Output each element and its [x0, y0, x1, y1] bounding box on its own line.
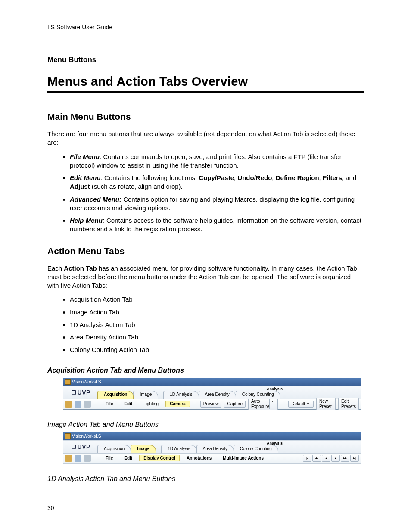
- window-title: VisionWorksLS: [72, 434, 101, 439]
- preview-button[interactable]: Preview: [200, 401, 222, 408]
- logo-icon: ❏: [72, 444, 77, 450]
- tab-acquisition[interactable]: Acquisition: [97, 391, 134, 399]
- auto-exposure-button[interactable]: Auto Exposure▾: [248, 398, 278, 410]
- list-item: Help Menu: Contains access to the softwa…: [70, 216, 364, 234]
- brand-logo: ❏UVP: [64, 389, 98, 396]
- preset-select[interactable]: Default▾: [288, 401, 314, 408]
- screenshot-image: VisionWorksLS ❏UVP Analysis Acquisition …: [63, 432, 364, 464]
- heading-main-menu-buttons: Main Menu Buttons: [47, 112, 364, 122]
- list-item: Edit Menu: Contains the following functi…: [70, 174, 364, 191]
- tab-colony-counting[interactable]: Colony Counting: [234, 445, 278, 453]
- tab-1d-analysis[interactable]: 1D Analysis: [161, 445, 196, 453]
- list-item: Acquisition Action Tab: [70, 295, 364, 304]
- document-page: LS Software User Guide Menu Buttons Menu…: [0, 0, 411, 532]
- tab-area-density[interactable]: Area Density: [196, 445, 234, 453]
- list-item: File Menu: Contains commands to open, sa…: [70, 152, 364, 170]
- action-tabs-list: Acquisition Action Tab Image Action Tab …: [47, 295, 364, 354]
- chevron-down-icon[interactable]: ▾: [269, 399, 275, 409]
- edit-presets-button[interactable]: Edit Presets: [338, 398, 359, 410]
- logo-icon: ❏: [72, 389, 77, 395]
- nav-ffwd-button[interactable]: ▸▸: [341, 455, 349, 462]
- capture-button[interactable]: Capture: [224, 401, 246, 408]
- app-icon: [65, 433, 71, 439]
- action-tabs-intro: Each Action Tab has an associated menu f…: [47, 264, 364, 290]
- nav-rewind-button[interactable]: ◂◂: [312, 455, 321, 462]
- new-preset-button[interactable]: New Preset: [316, 398, 336, 410]
- tab-image[interactable]: Image: [133, 391, 158, 399]
- list-item: Advanced Menu: Contains option for savin…: [70, 195, 364, 213]
- heading-action-menu-tabs: Action Menu Tabs: [47, 246, 364, 256]
- brand-logo: ❏UVP: [64, 443, 98, 450]
- window-titlebar: VisionWorksLS: [63, 432, 361, 440]
- save-icon[interactable]: [75, 455, 81, 462]
- menu-camera[interactable]: Camera: [165, 401, 190, 407]
- tab-colony-counting[interactable]: Colony Counting: [236, 391, 280, 399]
- menu-file[interactable]: File: [101, 455, 117, 461]
- print-icon[interactable]: [84, 401, 91, 408]
- open-icon[interactable]: [65, 455, 72, 462]
- tab-acquisition[interactable]: Acquisition: [97, 445, 131, 453]
- page-number: 30: [47, 504, 54, 511]
- nav-prev-button[interactable]: ◂: [322, 455, 330, 462]
- save-icon[interactable]: [75, 401, 81, 408]
- open-icon[interactable]: [65, 401, 72, 408]
- menu-edit[interactable]: Edit: [120, 455, 137, 461]
- chevron-down-icon[interactable]: ▾: [305, 401, 311, 407]
- chapter-title: Menus and Action Tabs Overview: [47, 75, 364, 93]
- section-label: Menu Buttons: [47, 56, 364, 64]
- heading-1d-analysis-tab: 1D Analysis Action Tab and Menu Buttons: [47, 475, 364, 483]
- heading-acquisition-tab: Acquisition Action Tab and Menu Buttons: [47, 367, 364, 374]
- heading-image-tab: Image Action Tab and Menu Buttons: [47, 421, 364, 429]
- running-header: LS Software User Guide: [47, 24, 364, 31]
- menu-annotations[interactable]: Annotations: [182, 455, 216, 461]
- nav-last-button[interactable]: ▸|: [350, 455, 359, 462]
- menu-edit[interactable]: Edit: [120, 401, 137, 407]
- print-icon[interactable]: [84, 455, 91, 462]
- menu-display-control[interactable]: Display Control: [139, 455, 180, 461]
- main-menu-intro: There are four menu buttons that are alw…: [47, 130, 364, 147]
- list-item: Image Action Tab: [70, 308, 364, 317]
- list-item: 1D Analysis Action Tab: [70, 320, 364, 329]
- app-icon: [65, 379, 71, 385]
- menu-lighting[interactable]: Lighting: [139, 401, 163, 407]
- screenshot-acquisition: VisionWorksLS ❏UVP Analysis Acquisition …: [63, 378, 364, 410]
- list-item: Area Density Action Tab: [70, 333, 364, 342]
- menu-file[interactable]: File: [101, 401, 117, 407]
- nav-next-button[interactable]: ▸: [331, 455, 340, 462]
- tab-1d-analysis[interactable]: 1D Analysis: [163, 391, 199, 399]
- nav-first-button[interactable]: |◂: [303, 455, 311, 462]
- list-item: Colony Counting Action Tab: [70, 345, 364, 354]
- menu-multi-image-actions[interactable]: Multi-Image Actions: [218, 455, 268, 461]
- tab-area-density[interactable]: Area Density: [199, 391, 236, 399]
- window-title: VisionWorksLS: [72, 380, 101, 384]
- window-titlebar: VisionWorksLS: [63, 378, 361, 386]
- tab-image[interactable]: Image: [131, 445, 156, 453]
- main-menu-list: File Menu: Contains commands to open, sa…: [47, 152, 364, 234]
